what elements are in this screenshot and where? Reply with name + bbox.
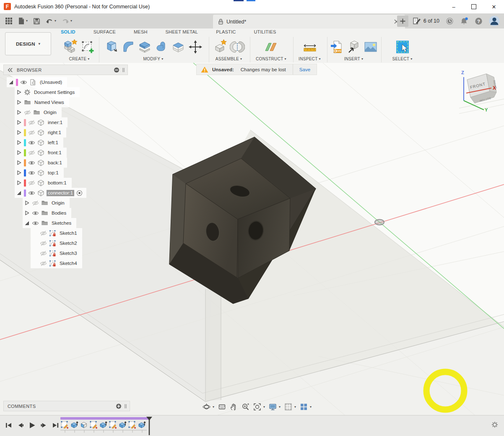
expand-toggle-icon[interactable] [24, 220, 30, 226]
step-forward-button[interactable] [40, 422, 47, 428]
undo-button[interactable]: ▾ [45, 17, 57, 25]
tree-row-unsaved[interactable]: (Unsaved) [3, 77, 86, 87]
tree-item-label[interactable]: Sketch3 [58, 250, 78, 257]
corner-panel[interactable] [205, 287, 221, 401]
sketch-feature[interactable] [89, 420, 98, 429]
tab-solid[interactable]: SOLID [61, 29, 75, 36]
tree-row-bodies[interactable]: Bodies [3, 208, 86, 218]
close-button[interactable]: ✕ [484, 0, 504, 13]
expand-toggle-icon[interactable] [24, 200, 30, 206]
group-label-inspect[interactable]: INSPECT▾ [299, 57, 321, 61]
viewports-button[interactable]: ▾ [300, 403, 312, 411]
expand-toggle-icon[interactable] [16, 180, 22, 186]
visibility-toggle-icon[interactable] [28, 140, 35, 145]
tree-row-top-1[interactable]: top:1 [3, 168, 86, 178]
tree-row-inner-1[interactable]: inner:1 [3, 117, 86, 127]
visibility-toggle-icon[interactable] [28, 160, 35, 166]
visibility-toggle-icon[interactable] [40, 261, 47, 266]
look-at-button[interactable] [218, 403, 226, 411]
expand-toggle-icon[interactable] [16, 170, 22, 176]
tree-item-label[interactable]: connector:1 [47, 190, 74, 196]
visibility-toggle-icon[interactable] [32, 200, 39, 206]
visibility-toggle-icon[interactable] [40, 241, 47, 246]
expand-toggle-icon[interactable] [16, 190, 22, 196]
visibility-toggle-icon[interactable] [28, 130, 35, 135]
tree-item-label[interactable]: Document Settings [33, 89, 76, 96]
canvas-icon[interactable] [363, 39, 378, 54]
tree-row-right-1[interactable]: right:1 [3, 127, 86, 138]
expand-toggle-icon[interactable] [8, 79, 14, 85]
expand-toggle-icon[interactable] [16, 119, 22, 125]
visibility-toggle-icon[interactable] [28, 120, 35, 125]
tree-item-label[interactable]: Bodies [50, 210, 68, 216]
display-settings-button[interactable]: ▾ [269, 403, 281, 411]
move-icon[interactable] [188, 39, 203, 54]
visibility-toggle-icon[interactable] [24, 110, 31, 115]
play-button[interactable] [29, 422, 36, 429]
redo-button[interactable]: ▾ [61, 17, 73, 25]
view-cube[interactable]: Z Y X FRONT RIGHT BOTTOM [454, 67, 504, 114]
maximize-button[interactable] [464, 0, 484, 13]
tree-row-origin[interactable]: Origin [3, 107, 86, 117]
joint-icon[interactable] [230, 39, 245, 54]
save-button[interactable] [32, 17, 41, 26]
extrude-feature[interactable] [70, 420, 78, 429]
combine-icon[interactable] [154, 39, 169, 54]
help-icon[interactable]: ? [475, 17, 483, 25]
tree-item-label[interactable]: Origin [50, 200, 66, 206]
notifications-icon[interactable] [460, 17, 468, 25]
box-feature[interactable] [80, 420, 88, 429]
tab-utilities[interactable]: UTILITIES [254, 29, 276, 36]
expand-toggle-icon[interactable] [16, 140, 22, 145]
remove-panel-icon[interactable] [114, 67, 120, 73]
tab-mesh[interactable]: MESH [134, 29, 148, 36]
expand-toggle-icon[interactable] [16, 109, 22, 115]
visibility-toggle-icon[interactable] [40, 251, 47, 256]
tree-item-label[interactable]: inner:1 [47, 119, 64, 126]
tree-item-label[interactable]: (Unsaved) [39, 79, 63, 86]
group-label-assemble[interactable]: ASSEMBLE▾ [216, 57, 242, 61]
tree-row-back-1[interactable]: back:1 [3, 158, 86, 168]
tree-item-label[interactable]: top:1 [47, 170, 60, 176]
tree-item-label[interactable]: Sketch1 [58, 230, 78, 236]
fit-button[interactable]: ▾ [253, 403, 265, 411]
tree-item-label[interactable]: Sketches [50, 220, 73, 226]
timeline-track[interactable] [60, 417, 160, 436]
expand-toggle-icon[interactable] [16, 89, 22, 95]
orbit-button[interactable]: ▾ [203, 403, 214, 411]
visibility-toggle-icon[interactable] [28, 170, 35, 176]
planes-icon[interactable] [264, 39, 279, 54]
tree-row-bottom-1[interactable]: bottom:1 [3, 178, 86, 188]
tree-row-document-settings[interactable]: Document Settings [3, 87, 86, 97]
extrude-feature[interactable] [118, 420, 127, 429]
minimize-button[interactable]: – [444, 0, 464, 13]
tree-item-label[interactable]: bottom:1 [47, 180, 68, 186]
sketch-feature[interactable] [60, 420, 69, 429]
group-label-select[interactable]: SELECT▾ [392, 57, 412, 61]
job-status[interactable]: 6 of 10 [413, 17, 439, 25]
visibility-toggle-icon[interactable] [20, 80, 27, 85]
expand-toggle-icon[interactable] [16, 150, 22, 156]
document-tab[interactable]: Untitled* [213, 15, 405, 29]
tree-row-sketches[interactable]: Sketches [3, 218, 86, 228]
expand-toggle-icon[interactable] [24, 210, 30, 216]
tab-surface[interactable]: SURFACE [94, 29, 116, 36]
step-back-button[interactable] [17, 422, 24, 428]
grid-display-button[interactable]: ▾ [284, 403, 296, 411]
tree-item-label[interactable]: front:1 [47, 150, 63, 156]
offset-icon[interactable] [171, 39, 186, 54]
zoom-button[interactable] [242, 403, 249, 411]
shell-icon[interactable] [138, 39, 153, 54]
group-label-insert[interactable]: INSERT▾ [344, 57, 364, 61]
new-tab-button[interactable] [397, 16, 408, 27]
skip-to-end-button[interactable] [52, 422, 59, 428]
tree-row-front-1[interactable]: front:1 [3, 148, 86, 158]
panel-grip-icon[interactable] [124, 404, 127, 409]
comments-panel-header[interactable]: COMMENTS [3, 401, 130, 411]
new-solid-icon[interactable] [63, 39, 78, 54]
insert-svg-icon[interactable]: SVG [330, 39, 345, 54]
skip-to-start-button[interactable] [5, 422, 12, 428]
tree-row-origin[interactable]: Origin [3, 198, 86, 208]
tab-plastic[interactable]: PLASTIC [216, 29, 236, 36]
timeline-playhead[interactable] [146, 417, 153, 435]
